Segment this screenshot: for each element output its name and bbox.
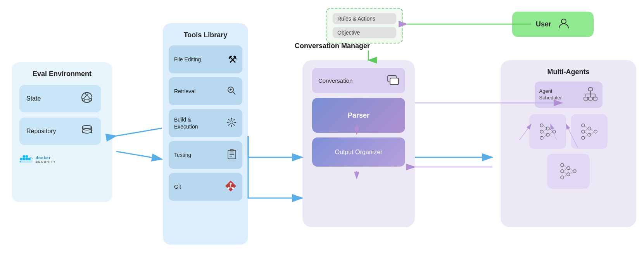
tool-file-editing-label: File Editing xyxy=(174,56,201,63)
svg-line-55 xyxy=(543,132,546,135)
tools-library-title: Tools Library xyxy=(184,31,228,39)
output-organizer-label: Output Organizer xyxy=(335,149,383,156)
svg-line-77 xyxy=(564,165,567,168)
agent-node-2 xyxy=(571,114,608,149)
svg-line-33 xyxy=(231,187,233,188)
svg-line-66 xyxy=(585,129,588,132)
eval-env-title: Eval Environment xyxy=(33,70,92,78)
svg-point-50 xyxy=(546,127,549,130)
svg-rect-12 xyxy=(26,158,28,160)
scheduler-tree-icon xyxy=(583,87,598,103)
tools-library-panel: Tools Library File Editing ⚒ Retrieval B… xyxy=(163,23,248,245)
git-icon xyxy=(224,180,237,194)
svg-line-54 xyxy=(543,129,546,132)
conversation-label: Conversation xyxy=(318,77,352,84)
neural-net-icon-1 xyxy=(538,122,558,142)
chat-icon xyxy=(387,75,399,87)
svg-line-88 xyxy=(116,128,162,136)
svg-point-61 xyxy=(582,136,585,139)
tool-git-label: Git xyxy=(174,183,181,190)
agent-node-1 xyxy=(529,114,566,149)
diagram-container: Eval Environment State Repository xyxy=(0,0,644,266)
svg-point-28 xyxy=(230,183,232,185)
user-person-icon xyxy=(558,17,570,31)
svg-line-56 xyxy=(543,135,546,138)
svg-point-30 xyxy=(232,188,234,190)
svg-line-81 xyxy=(570,168,573,171)
svg-line-89 xyxy=(116,151,162,159)
svg-point-72 xyxy=(561,170,564,173)
parser-box: Parser xyxy=(312,98,405,133)
state-box: State xyxy=(19,85,101,112)
objective-item: Objective xyxy=(333,27,396,38)
agent-scheduler-label: AgentScheduler xyxy=(539,88,562,101)
svg-point-47 xyxy=(540,124,543,127)
svg-line-58 xyxy=(549,132,552,135)
svg-line-57 xyxy=(549,129,552,132)
svg-point-74 xyxy=(567,167,570,170)
parser-label: Parser xyxy=(348,111,369,120)
svg-rect-10 xyxy=(20,158,22,160)
search-icon xyxy=(226,85,237,97)
svg-point-75 xyxy=(567,173,570,176)
conversation-box: Conversation xyxy=(312,68,405,93)
tool-build-execution: Build &Execution xyxy=(169,109,242,137)
agents-grid xyxy=(508,114,628,189)
eval-environment-panel: Eval Environment State Repository xyxy=(12,62,112,202)
neural-net-icon-3 xyxy=(558,161,578,181)
svg-line-4 xyxy=(84,95,87,99)
output-organizer-box: Output Organizer xyxy=(312,137,405,167)
svg-rect-39 xyxy=(584,97,588,100)
svg-line-53 xyxy=(543,125,546,129)
repository-label: Repository xyxy=(26,128,56,135)
svg-line-19 xyxy=(233,92,236,95)
svg-point-7 xyxy=(82,125,92,129)
svg-point-29 xyxy=(228,188,230,190)
svg-point-48 xyxy=(540,130,543,133)
rules-actions-item: Rules & Actions xyxy=(333,13,396,24)
svg-point-51 xyxy=(546,133,549,136)
svg-rect-17 xyxy=(20,160,33,163)
svg-point-63 xyxy=(588,133,591,136)
svg-point-34 xyxy=(561,19,566,24)
svg-point-73 xyxy=(561,176,564,179)
state-label: State xyxy=(26,95,41,102)
neural-net-icon-2 xyxy=(579,122,599,142)
svg-line-78 xyxy=(564,168,567,171)
svg-point-62 xyxy=(588,127,591,130)
svg-line-5 xyxy=(87,95,90,99)
rules-box: Rules & Actions Objective xyxy=(326,8,403,43)
svg-point-59 xyxy=(582,124,585,127)
repository-box: Repository xyxy=(19,118,101,145)
hammer-icon: ⚒ xyxy=(228,54,237,66)
svg-rect-38 xyxy=(589,88,592,91)
svg-rect-14 xyxy=(23,156,25,158)
svg-point-60 xyxy=(582,130,585,133)
svg-point-49 xyxy=(540,136,543,139)
clipboard-icon xyxy=(227,149,237,161)
svg-line-68 xyxy=(585,135,588,138)
svg-rect-40 xyxy=(589,97,592,100)
agent-node-3 xyxy=(547,154,590,189)
svg-point-76 xyxy=(573,170,576,173)
svg-line-80 xyxy=(564,174,567,177)
multi-agents-panel: Multi-Agents AgentScheduler xyxy=(501,60,636,227)
svg-line-70 xyxy=(591,132,594,135)
conversation-manager-header: Conversation Manager xyxy=(295,42,370,50)
tool-retrieval-label: Retrieval xyxy=(174,88,195,95)
svg-rect-13 xyxy=(26,156,28,158)
svg-line-67 xyxy=(585,132,588,135)
docker-badge: docker SECURITY xyxy=(19,154,56,165)
tool-build-execution-label: Build &Execution xyxy=(174,116,198,130)
multi-agents-title: Multi-Agents xyxy=(508,68,628,76)
tool-retrieval: Retrieval xyxy=(169,77,242,105)
tool-git: Git xyxy=(169,173,242,201)
conversation-manager-title-text: Conversation Manager xyxy=(295,42,370,50)
svg-point-71 xyxy=(561,163,564,167)
svg-rect-11 xyxy=(23,158,25,160)
svg-rect-15 xyxy=(28,158,31,160)
user-box: User xyxy=(512,12,594,37)
tool-file-editing: File Editing ⚒ xyxy=(169,45,242,73)
svg-point-52 xyxy=(552,130,556,133)
state-icon xyxy=(80,90,94,107)
